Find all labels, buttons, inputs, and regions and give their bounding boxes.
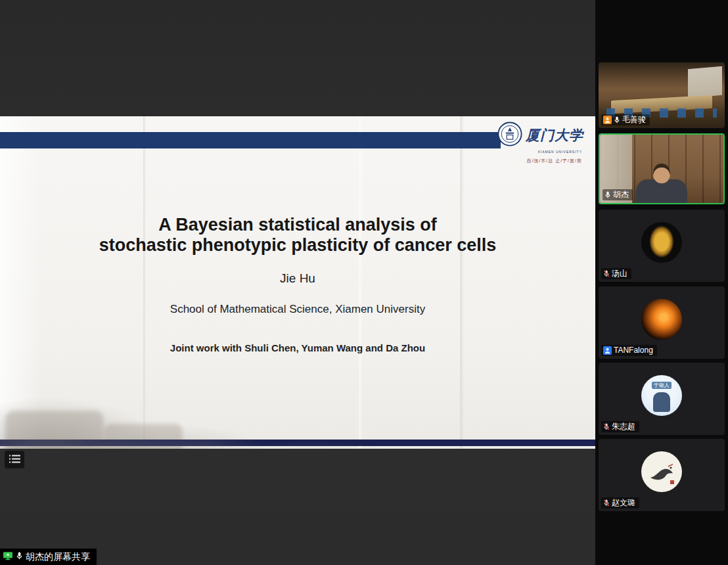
slide-joint-work: Joint work with Shuli Chen, Yuman Wang a… xyxy=(0,342,595,353)
screen-share-banner-text: 胡杰的屏幕共享 xyxy=(26,551,90,563)
room-window xyxy=(688,66,722,99)
avatar-figure xyxy=(653,392,670,412)
participant-name-tag: 胡杰 xyxy=(603,189,633,200)
university-name-en: XIAMEN UNIVERSITY xyxy=(498,150,583,154)
slide-affiliation: School of Mathematical Science, Xiamen U… xyxy=(0,303,595,316)
mic-muted-icon xyxy=(603,422,610,431)
presentation-slide: 厦门大学 XIAMEN UNIVERSITY 自/强/不/息 止/于/至/善 A… xyxy=(0,116,595,449)
participant-tile-1[interactable]: 毛善骏 xyxy=(599,62,725,128)
participant-name: 毛善骏 xyxy=(622,115,646,125)
slide-title-line2: stochastic phenotypic plasticity of canc… xyxy=(0,235,595,256)
participant-tile-3[interactable]: 汤山 xyxy=(599,210,725,282)
university-motto: 自/强/不/息 止/于/至/善 xyxy=(498,158,583,164)
participant-name-tag: 汤山 xyxy=(601,268,631,279)
list-icon xyxy=(9,454,20,466)
slide-list-button[interactable] xyxy=(5,451,24,468)
participant-name: 胡杰 xyxy=(613,190,629,200)
mic-on-icon xyxy=(604,191,611,199)
participants-sidebar: 毛善骏 胡杰 xyxy=(595,0,728,565)
participant-name-tag: 毛善骏 xyxy=(601,114,650,125)
avatar-image xyxy=(641,222,682,263)
person-badge-icon xyxy=(603,116,612,124)
avatar-image xyxy=(641,299,682,340)
mic-on-icon xyxy=(614,116,620,124)
slide-top-accent-bar xyxy=(0,132,501,148)
participant-name-tag: TANFalong xyxy=(601,345,657,356)
participant-tile-4[interactable]: TANFalong xyxy=(599,286,725,359)
university-logo: 厦门大学 XIAMEN UNIVERSITY 自/强/不/息 止/于/至/善 xyxy=(498,122,583,164)
slide-author: Jie Hu xyxy=(0,271,595,286)
webcam-person-head xyxy=(653,164,670,183)
participant-tile-6[interactable]: 赵文璐 xyxy=(599,439,725,511)
mic-on-icon xyxy=(16,551,23,562)
participant-name: 朱志超 xyxy=(612,422,635,432)
avatar-image: 于敬人 xyxy=(641,375,682,416)
university-name: 厦门大学 xyxy=(526,126,583,145)
participant-name: 汤山 xyxy=(612,269,627,279)
participant-name-tag: 朱志超 xyxy=(601,421,639,432)
slide-title: A Bayesian statistical analysis of stoch… xyxy=(0,215,595,256)
university-seal-icon xyxy=(497,122,522,149)
participant-name-tag: 赵文璐 xyxy=(601,497,639,508)
person-badge-icon xyxy=(603,346,612,355)
screen-share-icon xyxy=(3,551,13,562)
mic-muted-icon xyxy=(603,269,610,278)
slide-bottom-accent-bar xyxy=(0,440,595,446)
participant-tile-5[interactable]: 于敬人 朱志超 xyxy=(599,363,725,435)
avatar-text: 于敬人 xyxy=(652,382,671,389)
mic-muted-icon xyxy=(603,499,610,507)
participant-name: 赵文璐 xyxy=(612,498,635,508)
meeting-window: 厦门大学 XIAMEN UNIVERSITY 自/强/不/息 止/于/至/善 A… xyxy=(0,0,728,565)
slide-title-line1: A Bayesian statistical analysis of xyxy=(0,215,595,235)
screen-share-region: 厦门大学 XIAMEN UNIVERSITY 自/强/不/息 止/于/至/善 A… xyxy=(0,0,595,565)
avatar-image xyxy=(641,451,682,492)
screen-share-banner: 胡杰的屏幕共享 xyxy=(0,549,97,565)
participant-name: TANFalong xyxy=(614,346,653,355)
participant-tile-2-active-speaker[interactable]: 胡杰 xyxy=(599,133,725,204)
